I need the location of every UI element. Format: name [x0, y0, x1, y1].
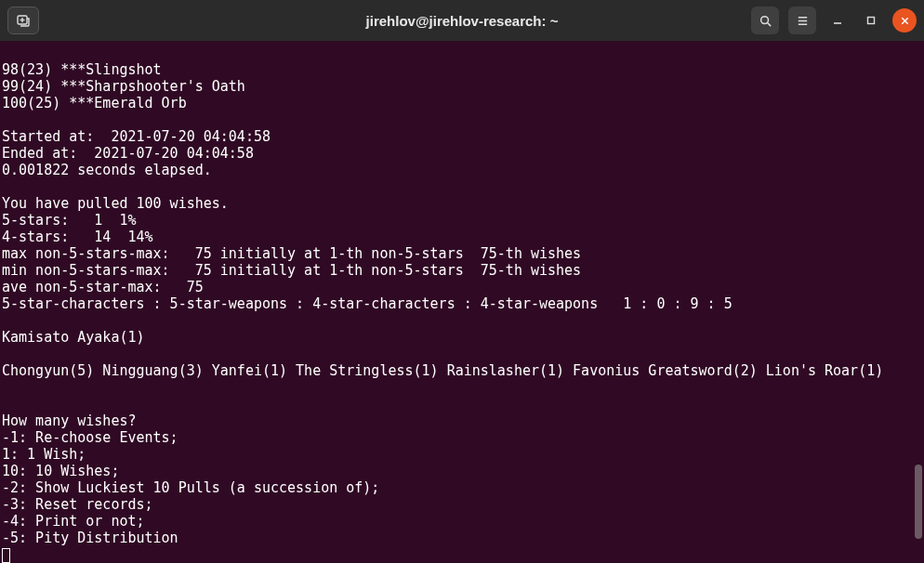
new-tab-button[interactable] [7, 7, 39, 34]
menu-button[interactable] [788, 7, 816, 34]
output-line: 5-stars: 1 1% [2, 212, 137, 229]
terminal-cursor [2, 548, 10, 563]
scrollbar-thumb[interactable] [915, 465, 922, 539]
window-title: jirehlov@jirehlov-research: ~ [366, 13, 559, 29]
output-line: 10: 10 Wishes; [2, 463, 119, 479]
minimize-icon [832, 15, 843, 26]
output-line: Chongyun(5) Ningguang(3) Yanfei(1) The S… [2, 362, 883, 379]
output-line: -3: Reset records; [2, 496, 153, 513]
close-icon [900, 16, 910, 26]
output-line: Ended at: 2021-07-20 04:04:58 [2, 145, 254, 162]
titlebar: jirehlov@jirehlov-research: ~ [0, 0, 924, 41]
close-button[interactable] [892, 8, 917, 33]
search-button[interactable] [751, 7, 779, 34]
svg-rect-9 [868, 18, 875, 24]
maximize-button[interactable] [859, 8, 883, 33]
minimize-button[interactable] [825, 8, 850, 33]
maximize-icon [865, 15, 877, 26]
output-line: 4-stars: 14 14% [2, 229, 153, 245]
output-line: 5-star-characters : 5-star-weapons : 4-s… [2, 295, 733, 312]
output-line: ave non-5-star-max: 75 [2, 279, 204, 295]
output-line: -5: Pity Distribution [2, 530, 178, 546]
output-line: -2: Show Luckiest 10 Pulls (a succession… [2, 479, 379, 496]
output-line: -1: Re-choose Events; [2, 429, 178, 446]
output-line: You have pulled 100 wishes. [2, 195, 229, 212]
output-line: Kamisato Ayaka(1) [2, 329, 145, 346]
svg-line-4 [767, 22, 771, 26]
output-line: How many wishes? [2, 412, 137, 429]
output-line: min non-5-stars-max: 75 initially at 1-t… [2, 262, 581, 279]
output-line: 100(25) ***Emerald Orb [2, 95, 187, 111]
output-line: 1: 1 Wish; [2, 446, 86, 463]
output-line: max non-5-stars-max: 75 initially at 1-t… [2, 245, 581, 262]
output-line: -4: Print or not; [2, 513, 145, 530]
output-line: 0.001822 seconds elapsed. [2, 162, 212, 178]
hamburger-icon [796, 14, 810, 28]
new-tab-icon [16, 13, 31, 28]
output-line: 99(24) ***Sharpshooter's Oath [2, 78, 245, 95]
output-line: Started at: 2021-07-20 04:04:58 [2, 128, 271, 145]
terminal-output[interactable]: 98(23) ***Slingshot 99(24) ***Sharpshoot… [0, 41, 924, 563]
svg-point-3 [760, 16, 768, 23]
output-line: 98(23) ***Slingshot [2, 61, 162, 78]
search-icon [759, 14, 772, 28]
